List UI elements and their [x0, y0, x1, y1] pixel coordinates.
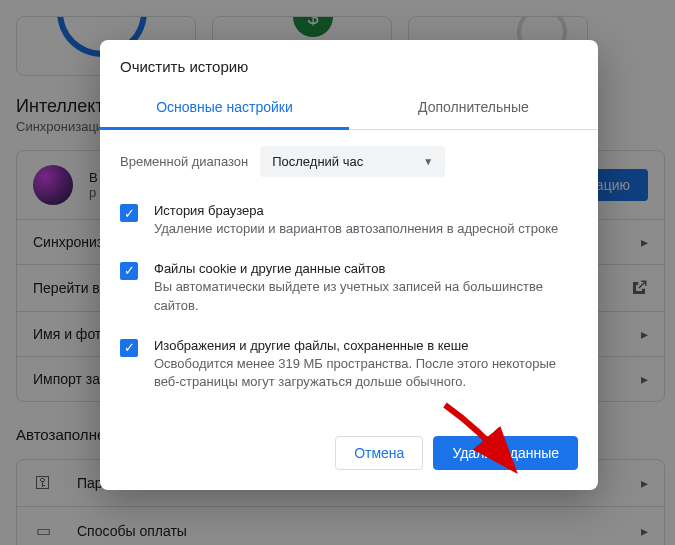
time-range-row: Временной диапазон Последний час ▼: [100, 130, 598, 185]
option-title: Изображения и другие файлы, сохраненные …: [154, 338, 578, 353]
dialog-actions: Отмена Удалить данные: [100, 412, 598, 474]
clear-history-dialog: Очистить историю Основные настройки Допо…: [100, 40, 598, 490]
option-cache: ✓ Изображения и другие файлы, сохраненны…: [120, 328, 578, 405]
checkbox-cache[interactable]: ✓: [120, 339, 138, 357]
cancel-button[interactable]: Отмена: [335, 436, 423, 470]
checkbox-cookies[interactable]: ✓: [120, 262, 138, 280]
option-cookies: ✓ Файлы cookie и другие данные сайтов Вы…: [120, 251, 578, 328]
time-range-value: Последний час: [272, 154, 363, 169]
dialog-tabs: Основные настройки Дополнительные: [100, 87, 598, 130]
option-desc: Освободится менее 319 МБ пространства. П…: [154, 355, 578, 393]
checkbox-browsing-history[interactable]: ✓: [120, 204, 138, 222]
clear-data-button[interactable]: Удалить данные: [433, 436, 578, 470]
time-range-select[interactable]: Последний час ▼: [260, 146, 445, 177]
time-range-label: Временной диапазон: [120, 154, 248, 169]
option-title: Файлы cookie и другие данные сайтов: [154, 261, 578, 276]
option-desc: Удаление истории и вариантов автозаполне…: [154, 220, 558, 239]
chevron-down-icon: ▼: [423, 156, 433, 167]
tab-basic[interactable]: Основные настройки: [100, 87, 349, 129]
clear-options: ✓ История браузера Удаление истории и ва…: [100, 185, 598, 412]
dialog-title: Очистить историю: [100, 40, 598, 87]
option-desc: Вы автоматически выйдете из учетных запи…: [154, 278, 578, 316]
option-title: История браузера: [154, 203, 558, 218]
tab-advanced[interactable]: Дополнительные: [349, 87, 598, 129]
option-browsing-history: ✓ История браузера Удаление истории и ва…: [120, 193, 578, 251]
